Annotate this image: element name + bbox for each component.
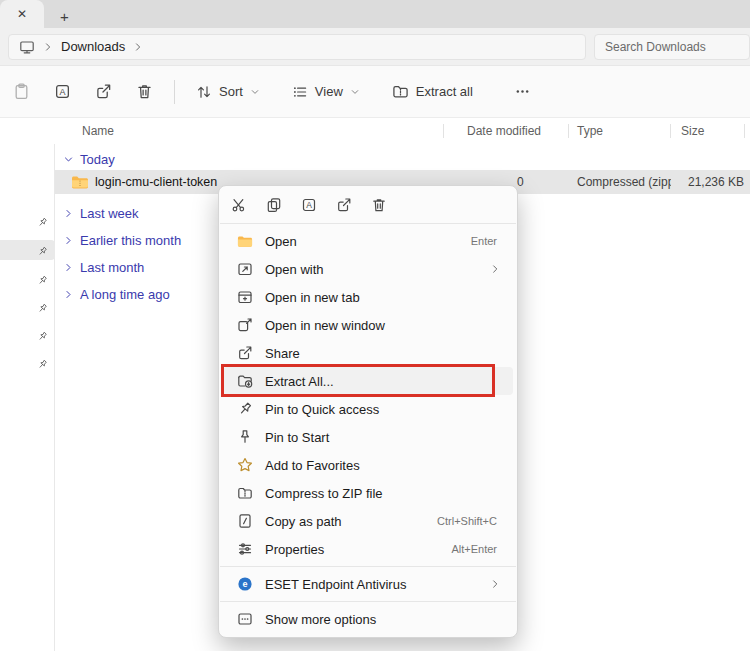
open-with-icon	[237, 261, 253, 277]
menu-item-label: Open with	[265, 262, 324, 277]
new-window-icon	[237, 317, 253, 333]
trash-icon	[371, 197, 387, 213]
file-size: 21,236 KB	[671, 175, 750, 189]
scissors-icon	[231, 197, 247, 213]
menu-separator	[220, 601, 516, 602]
rename-button[interactable]: A	[291, 191, 326, 219]
file-name: login-cmu-client-token	[95, 175, 217, 189]
pin-icon	[237, 401, 253, 417]
show-more-icon	[237, 611, 253, 627]
trash-icon	[136, 83, 153, 100]
menu-item-label: Pin to Quick access	[265, 402, 379, 417]
share-button[interactable]	[86, 75, 120, 109]
menu-item-pin-to-start[interactable]: Pin to Start	[223, 423, 513, 451]
extract-all-label: Extract all	[416, 84, 473, 99]
chevron-right-icon	[63, 262, 74, 273]
chevron-down-icon	[350, 87, 360, 97]
search-box	[594, 34, 750, 60]
column-divider[interactable]	[744, 124, 745, 138]
zip-file-icon	[71, 174, 89, 190]
column-header-name[interactable]: Name	[55, 124, 443, 138]
submenu-chevron-icon	[489, 578, 503, 590]
copy-button[interactable]	[256, 191, 291, 219]
menu-item-label: Open in new tab	[265, 290, 360, 305]
menu-item-compress-to-zip[interactable]: Compress to ZIP file	[223, 479, 513, 507]
see-more-button[interactable]	[506, 75, 540, 109]
menu-item-properties[interactable]: Properties Alt+Enter	[223, 535, 513, 563]
group-label: Today	[80, 152, 115, 167]
extract-all-button[interactable]: Extract all	[383, 75, 482, 109]
menu-item-show-more-options[interactable]: Show more options	[223, 605, 513, 633]
group-label: Last week	[80, 206, 139, 221]
sort-label: Sort	[219, 84, 243, 99]
rename-button[interactable]: A	[45, 75, 79, 109]
view-button[interactable]: View	[283, 75, 369, 109]
this-pc-icon	[19, 39, 35, 55]
zip-folder-icon	[392, 83, 409, 100]
menu-item-shortcut: Ctrl+Shift+C	[437, 515, 503, 527]
menu-item-copy-as-path[interactable]: Copy as path Ctrl+Shift+C	[223, 507, 513, 535]
group-label: Earlier this month	[80, 233, 181, 248]
menu-item-eset-endpoint-antivirus[interactable]: e ESET Endpoint Antivirus	[223, 570, 513, 598]
extract-icon	[237, 373, 253, 389]
chevron-right-icon	[42, 41, 54, 53]
menu-item-open-with[interactable]: Open with	[223, 255, 513, 283]
address-row: Downloads	[0, 28, 750, 66]
menu-item-label: Pin to Start	[265, 430, 329, 445]
breadcrumb-downloads[interactable]: Downloads	[61, 39, 125, 54]
sidebar-pin-icon[interactable]	[37, 246, 48, 257]
menu-item-pin-to-quick-access[interactable]: Pin to Quick access	[223, 395, 513, 423]
explorer-tab[interactable]: ✕	[0, 0, 44, 28]
sidebar-pin-icon[interactable]	[37, 331, 48, 342]
column-header-row: Name Date modified Type Size	[55, 118, 750, 144]
search-input[interactable]	[605, 40, 739, 54]
menu-item-open[interactable]: Open Enter	[223, 227, 513, 255]
address-bar[interactable]: Downloads	[8, 34, 586, 60]
pin-icon	[237, 429, 253, 445]
rename-icon: A	[301, 197, 317, 213]
sidebar-pin-icon[interactable]	[37, 359, 48, 370]
column-header-size[interactable]: Size	[671, 124, 744, 138]
rename-glyph: A	[306, 200, 312, 210]
rename-glyph: A	[59, 87, 65, 97]
submenu-chevron-icon	[489, 263, 503, 275]
share-button[interactable]	[326, 191, 361, 219]
delete-button[interactable]	[361, 191, 396, 219]
view-icon	[292, 84, 308, 100]
sidebar-pin-icon[interactable]	[37, 217, 48, 228]
menu-item-shortcut: Enter	[471, 235, 503, 247]
new-tab-button[interactable]: +	[60, 9, 69, 24]
column-header-type[interactable]: Type	[569, 124, 670, 138]
ellipsis-icon	[514, 83, 531, 100]
menu-item-shortcut: Alt+Enter	[451, 543, 503, 555]
group-header-today[interactable]: Today	[55, 148, 750, 170]
menu-item-share[interactable]: Share	[223, 339, 513, 367]
close-tab-icon[interactable]: ✕	[17, 7, 27, 21]
paste-button[interactable]	[4, 75, 38, 109]
navigation-pane	[0, 144, 55, 651]
command-toolbar: A Sort	[0, 66, 750, 118]
menu-item-add-to-favorites[interactable]: Add to Favorites	[223, 451, 513, 479]
menu-item-open-in-new-tab[interactable]: Open in new tab	[223, 283, 513, 311]
menu-item-label: Share	[265, 346, 300, 361]
sort-icon	[196, 84, 212, 100]
rename-icon: A	[54, 83, 71, 100]
cut-button[interactable]	[221, 191, 256, 219]
sidebar-pin-icon[interactable]	[37, 303, 48, 314]
menu-item-open-in-new-window[interactable]: Open in new window	[223, 311, 513, 339]
folder-icon	[237, 233, 253, 249]
star-icon	[237, 457, 253, 473]
sort-button[interactable]: Sort	[187, 75, 269, 109]
sidebar-pin-icon[interactable]	[37, 275, 48, 286]
context-menu: A Open	[218, 185, 518, 638]
menu-item-label: Add to Favorites	[265, 458, 360, 473]
column-header-date-modified[interactable]: Date modified	[444, 124, 568, 138]
chevron-right-icon	[63, 235, 74, 246]
menu-item-label: Properties	[265, 542, 324, 557]
chevron-right-icon[interactable]	[132, 41, 144, 53]
delete-button[interactable]	[127, 75, 161, 109]
menu-item-extract-all[interactable]: Extract All...	[223, 367, 513, 395]
view-label: View	[315, 84, 343, 99]
copy-path-icon	[237, 513, 253, 529]
eset-icon: e	[237, 576, 253, 592]
